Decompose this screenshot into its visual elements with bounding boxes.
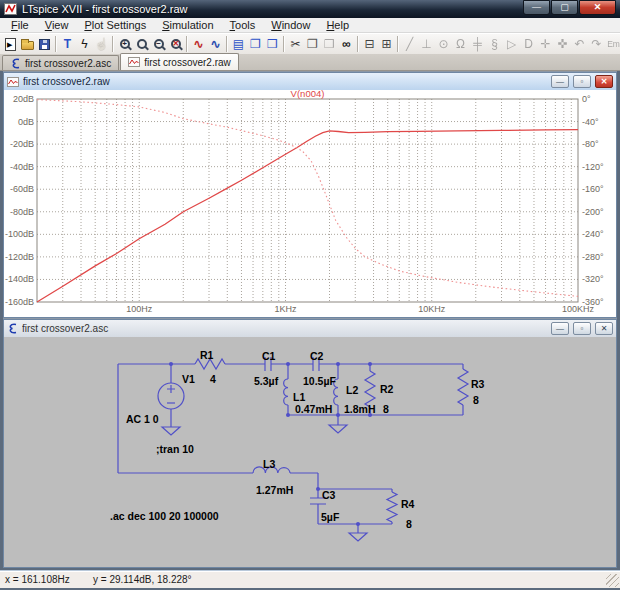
component-ref-R2[interactable]: R2 <box>380 383 394 395</box>
cut-icon: ✂ <box>290 38 300 50</box>
menu-plot-settings[interactable]: Plot Settings <box>76 19 154 31</box>
resistor-R4-symbol[interactable] <box>387 492 397 522</box>
component-ref-L3[interactable]: L3 <box>263 458 275 470</box>
menu-tools[interactable]: Tools <box>222 19 264 31</box>
new-schematic-button[interactable] <box>2 35 19 54</box>
copy-button[interactable]: ❐ <box>304 35 321 54</box>
save-button[interactable] <box>36 35 53 54</box>
place-resistor-icon: Ω <box>456 38 465 50</box>
find-icon: ∞ <box>342 38 351 50</box>
toolbar-separator <box>186 36 188 52</box>
schematic-canvas[interactable]: V1 AC 1 0 ;tran 10 R1 4 C1 5.3µf C2 10.5… <box>4 337 616 567</box>
ground-icon[interactable] <box>349 533 367 541</box>
plot-maximize-button[interactable]: ▫ <box>573 75 591 88</box>
menu-view[interactable]: View <box>37 19 77 31</box>
resistor-R2-symbol[interactable] <box>365 371 375 407</box>
menu-window[interactable]: Window <box>263 19 318 31</box>
component-value-L1[interactable]: 0.47mH <box>295 403 332 415</box>
component-value-R4[interactable]: 8 <box>406 518 412 530</box>
save-icon <box>39 39 50 50</box>
run-simulation-icon: ϟ <box>81 38 87 50</box>
menu-file[interactable]: File <box>3 19 37 31</box>
directive-tran[interactable]: ;tran 10 <box>156 443 194 455</box>
component-ref-L1[interactable]: L1 <box>293 391 305 403</box>
trace-label[interactable]: V(n004) <box>291 90 325 99</box>
close-button[interactable]: ✕ <box>579 0 616 15</box>
right-axis-tick: -240° <box>582 229 604 239</box>
trace-magnitude[interactable] <box>37 130 578 302</box>
zoom-area-button[interactable] <box>133 35 150 54</box>
directive-ac[interactable]: .ac dec 100 20 100000 <box>110 510 219 522</box>
paste-icon: ❒ <box>324 38 335 50</box>
autorange-y-axis-icon: ∿ <box>193 38 203 50</box>
ground-icon[interactable] <box>329 425 347 433</box>
place-capacitor-icon: ╪ <box>473 38 482 50</box>
component-ref-C2[interactable]: C2 <box>310 350 324 362</box>
left-axis-tick: -160dB <box>5 297 34 307</box>
print-preview-button[interactable]: ⊞ <box>378 35 395 54</box>
component-ref-R1[interactable]: R1 <box>200 349 214 361</box>
zoom-full-extents-button[interactable]: ✕ <box>167 35 184 54</box>
component-value-L2[interactable]: 1.8mH <box>344 403 376 415</box>
autorange-y-axis-button[interactable]: ∿ <box>190 35 207 54</box>
right-axis-tick: -280° <box>582 252 604 262</box>
cascade-windows-button[interactable]: ❒ <box>264 35 281 54</box>
component-value-R1[interactable]: 4 <box>210 373 216 385</box>
print-icon: ⊟ <box>364 38 374 50</box>
maximize-button[interactable]: ▢ <box>551 0 578 15</box>
tab-first-crossover2-asc[interactable]: first crossover2.asc <box>2 55 119 70</box>
menu-help[interactable]: Help <box>318 19 357 31</box>
resize-grip[interactable] <box>606 574 619 587</box>
component-value-C2[interactable]: 10.5µF <box>303 375 336 387</box>
component-ref-R4[interactable]: R4 <box>401 498 415 510</box>
resistor-R3-symbol[interactable] <box>458 369 468 405</box>
waveform-plot[interactable]: 20dB0dB-20dB-40dB-60dB-80dB-100dB-120dB-… <box>4 90 616 317</box>
zoom-out-button[interactable]: − <box>150 35 167 54</box>
component-value-R3[interactable]: 8 <box>473 394 479 406</box>
component-value-C3[interactable]: 5µF <box>321 511 340 523</box>
menu-simulation[interactable]: Simulation <box>154 19 221 31</box>
zoom-in-button[interactable]: + <box>116 35 133 54</box>
right-axis-tick: -200° <box>582 207 604 217</box>
ltspice-window: LTspice XVII - first crossover2.raw —▢✕ … <box>0 0 620 590</box>
component-ref-L2[interactable]: L2 <box>346 384 358 396</box>
left-axis-tick: -40dB <box>10 162 34 172</box>
print-button[interactable]: ⊟ <box>361 35 378 54</box>
place-diode-button: ▷ <box>503 35 520 54</box>
place-component-button: D <box>520 35 537 54</box>
component-ref-C1[interactable]: C1 <box>262 350 276 362</box>
schematic-maximize-button[interactable]: ▫ <box>573 322 591 335</box>
cut-button[interactable]: ✂ <box>287 35 304 54</box>
place-ground-button: ⊥ <box>418 35 435 54</box>
plot-settings-button[interactable]: ∿ <box>207 35 224 54</box>
plot-canvas: 20dB0dB-20dB-40dB-60dB-80dB-100dB-120dB-… <box>4 90 616 317</box>
plot-window-titlebar[interactable]: first crossover2.raw — ▫ ✕ <box>4 73 616 90</box>
plot-close-button[interactable]: ✕ <box>595 75 613 88</box>
component-value-L3[interactable]: 1.27mH <box>256 484 293 496</box>
component-ref-V1[interactable]: V1 <box>182 373 195 385</box>
run-simulation-button[interactable]: ϟ <box>76 35 93 54</box>
tile-vertically-button[interactable]: ❐ <box>247 35 264 54</box>
trace-phase[interactable] <box>37 100 578 297</box>
left-axis-tick: -20dB <box>10 139 34 149</box>
component-value-C1[interactable]: 5.3µf <box>254 375 279 387</box>
component-ref-R3[interactable]: R3 <box>471 378 485 390</box>
plot-minimize-button[interactable]: — <box>551 75 569 88</box>
control-panel-button[interactable]: T <box>59 35 76 54</box>
ground-icon[interactable] <box>162 427 180 435</box>
tab-first-crossover2-raw[interactable]: first crossover2.raw <box>120 53 239 70</box>
component-value-V1[interactable]: AC 1 0 <box>126 413 159 425</box>
find-button[interactable]: ∞ <box>338 35 355 54</box>
titlebar[interactable]: LTspice XVII - first crossover2.raw —▢✕ <box>0 0 620 18</box>
minimize-button[interactable]: — <box>523 0 550 15</box>
schematic-window-titlebar[interactable]: first crossover2.asc — ▫ ✕ <box>4 320 616 337</box>
inductor-L1-symbol[interactable] <box>284 379 288 405</box>
tile-horizontally-button[interactable]: ▤ <box>230 35 247 54</box>
component-ref-C3[interactable]: C3 <box>322 489 336 501</box>
toolbar-separator <box>55 36 57 52</box>
component-value-R2[interactable]: 8 <box>383 403 389 415</box>
open-file-button[interactable] <box>19 35 36 54</box>
schematic-minimize-button[interactable]: — <box>551 322 569 335</box>
schematic-close-button[interactable]: ✕ <box>595 322 613 335</box>
undo-button: ↶ <box>571 35 588 54</box>
